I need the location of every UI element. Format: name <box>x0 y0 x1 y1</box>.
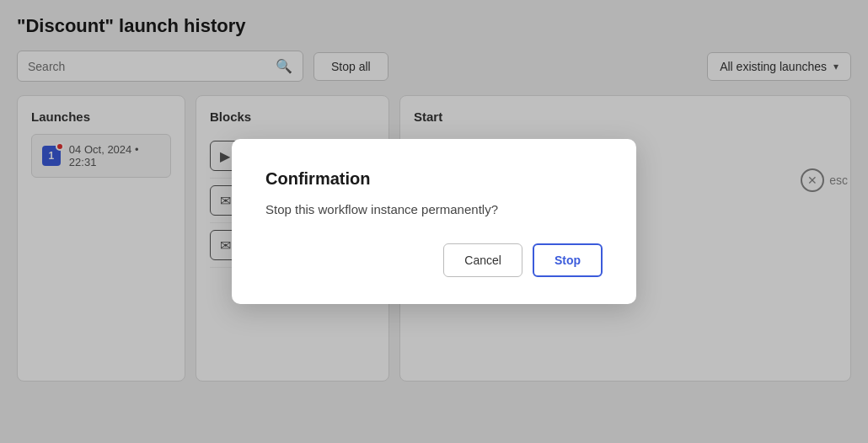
modal-message: Stop this workflow instance permanently? <box>265 202 603 216</box>
cancel-button[interactable]: Cancel <box>443 243 522 277</box>
modal-actions: Cancel Stop <box>265 243 603 277</box>
confirmation-modal: Confirmation Stop this workflow instance… <box>232 139 636 304</box>
modal-title: Confirmation <box>265 169 603 189</box>
stop-button[interactable]: Stop <box>533 243 603 277</box>
modal-overlay: Confirmation Stop this workflow instance… <box>0 0 868 443</box>
page-wrapper: "Discount" launch history 🔍 Stop all All… <box>0 0 868 443</box>
